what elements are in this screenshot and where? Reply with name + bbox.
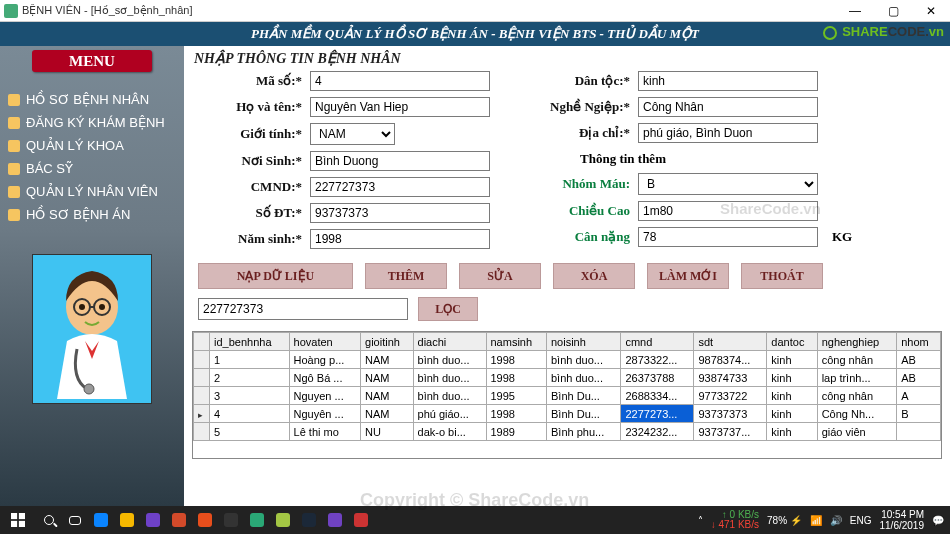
- grid-cell[interactable]: NAM: [361, 369, 413, 387]
- gioi-tinh-select[interactable]: NAM: [310, 123, 395, 145]
- ho-ten-field[interactable]: [310, 97, 490, 117]
- grid-cell[interactable]: 1989: [486, 423, 547, 441]
- grid-cell[interactable]: 1998: [486, 369, 547, 387]
- grid-cell[interactable]: 1995: [486, 387, 547, 405]
- grid-cell[interactable]: Bình Du...: [547, 387, 621, 405]
- table-row[interactable]: 2Ngô Bá ...NAMbình duo...1998bình duo...…: [194, 369, 941, 387]
- taskbar-app-7[interactable]: [244, 506, 270, 534]
- grid-cell[interactable]: 2688334...: [621, 387, 694, 405]
- menu-item-ho-so-benh-nhan[interactable]: HỒ SƠ BỆNH NHÂN: [0, 88, 184, 111]
- grid-header[interactable]: dantoc: [767, 333, 817, 351]
- nghe-nghiep-field[interactable]: [638, 97, 818, 117]
- window-minimize-button[interactable]: —: [836, 0, 874, 22]
- language-indicator[interactable]: ENG: [850, 515, 872, 526]
- grid-cell[interactable]: phú giáo...: [413, 405, 486, 423]
- taskbar-app-6[interactable]: [218, 506, 244, 534]
- grid-cell[interactable]: Lê thi mo: [289, 423, 361, 441]
- dan-toc-field[interactable]: [638, 71, 818, 91]
- grid-header[interactable]: id_benhnha: [210, 333, 290, 351]
- grid-cell[interactable]: NAM: [361, 351, 413, 369]
- grid-cell[interactable]: 9373737...: [694, 423, 767, 441]
- grid-cell[interactable]: 93737373: [694, 405, 767, 423]
- table-row[interactable]: 3Nguyen ...NAMbình duo...1995Bình Du...2…: [194, 387, 941, 405]
- nam-sinh-field[interactable]: [310, 229, 490, 249]
- start-button[interactable]: [0, 506, 36, 534]
- grid-cell[interactable]: AB: [897, 369, 941, 387]
- grid-cell[interactable]: lap trình...: [817, 369, 897, 387]
- taskbar-search-icon[interactable]: [36, 506, 62, 534]
- grid-cell[interactable]: A: [897, 387, 941, 405]
- dia-chi-field[interactable]: [638, 123, 818, 143]
- grid-cell[interactable]: Bình phu...: [547, 423, 621, 441]
- grid-cell[interactable]: 4: [210, 405, 290, 423]
- tray-chevron-up-icon[interactable]: ˄: [698, 515, 703, 526]
- grid-cell[interactable]: 1998: [486, 405, 547, 423]
- ma-so-field[interactable]: [310, 71, 490, 91]
- menu-item-bac-sy[interactable]: BÁC SỸ: [0, 157, 184, 180]
- grid-cell[interactable]: 97733722: [694, 387, 767, 405]
- clock[interactable]: 10:54 PM 11/6/2019: [880, 509, 925, 531]
- menu-item-quan-ly-nhan-vien[interactable]: QUẢN LÝ NHÂN VIÊN: [0, 180, 184, 203]
- taskbar-app-2[interactable]: [114, 506, 140, 534]
- table-row[interactable]: 5Lê thi moNUdak-o bi...1989Bình phu...23…: [194, 423, 941, 441]
- table-row[interactable]: 1Hoàng p...NAMbình duo...1998bình duo...…: [194, 351, 941, 369]
- grid-cell[interactable]: kinh: [767, 351, 817, 369]
- grid-cell[interactable]: Bình Du...: [547, 405, 621, 423]
- grid-cell[interactable]: NAM: [361, 405, 413, 423]
- filter-input[interactable]: [198, 298, 408, 320]
- taskbar-app-11[interactable]: [348, 506, 374, 534]
- volume-icon[interactable]: 🔊: [830, 515, 842, 526]
- grid-cell[interactable]: 2324232...: [621, 423, 694, 441]
- loc-button[interactable]: LỌC: [418, 297, 478, 321]
- taskbar-taskview-icon[interactable]: [62, 506, 88, 534]
- wifi-icon[interactable]: 📶: [810, 515, 822, 526]
- grid-cell[interactable]: 2873322...: [621, 351, 694, 369]
- grid-cell[interactable]: bình duo...: [413, 387, 486, 405]
- grid-cell[interactable]: 93874733: [694, 369, 767, 387]
- grid-cell[interactable]: B: [897, 405, 941, 423]
- grid-cell[interactable]: 2: [210, 369, 290, 387]
- grid-header[interactable]: nhom: [897, 333, 941, 351]
- taskbar-app-3[interactable]: [140, 506, 166, 534]
- grid-cell[interactable]: 3: [210, 387, 290, 405]
- grid-cell[interactable]: 5: [210, 423, 290, 441]
- grid-cell[interactable]: bình duo...: [413, 351, 486, 369]
- window-maximize-button[interactable]: ▢: [874, 0, 912, 22]
- xoa-button[interactable]: XÓA: [553, 263, 635, 289]
- menu-item-ho-so-benh-an[interactable]: HỒ SƠ BỆNH ÁN: [0, 203, 184, 226]
- grid-cell[interactable]: công nhân: [817, 351, 897, 369]
- grid-cell[interactable]: công nhân: [817, 387, 897, 405]
- lam-moi-button[interactable]: LÀM MỚI: [647, 263, 729, 289]
- grid-cell[interactable]: 2277273...: [621, 405, 694, 423]
- grid-header[interactable]: noisinh: [547, 333, 621, 351]
- taskbar-app-1[interactable]: [88, 506, 114, 534]
- can-nang-field[interactable]: [638, 227, 818, 247]
- grid-cell[interactable]: bình duo...: [413, 369, 486, 387]
- grid-cell[interactable]: 1: [210, 351, 290, 369]
- grid-cell[interactable]: Ngô Bá ...: [289, 369, 361, 387]
- grid-cell[interactable]: Nguyen ...: [289, 387, 361, 405]
- taskbar-app-5[interactable]: [192, 506, 218, 534]
- notifications-icon[interactable]: 💬: [932, 515, 944, 526]
- grid-cell[interactable]: Nguyên ...: [289, 405, 361, 423]
- grid-cell[interactable]: kinh: [767, 369, 817, 387]
- data-grid[interactable]: id_benhnhahovatengioitinhdiachinamsinhno…: [192, 331, 942, 459]
- grid-cell[interactable]: Công Nh...: [817, 405, 897, 423]
- grid-header[interactable]: nghenghiep: [817, 333, 897, 351]
- nhom-mau-select[interactable]: B: [638, 173, 818, 195]
- grid-header[interactable]: gioitinh: [361, 333, 413, 351]
- grid-cell[interactable]: kinh: [767, 405, 817, 423]
- so-dt-field[interactable]: [310, 203, 490, 223]
- grid-header[interactable]: cmnd: [621, 333, 694, 351]
- menu-item-quan-ly-khoa[interactable]: QUẢN LÝ KHOA: [0, 134, 184, 157]
- grid-header[interactable]: namsinh: [486, 333, 547, 351]
- thoat-button[interactable]: THOÁT: [741, 263, 823, 289]
- grid-cell[interactable]: bình duo...: [547, 351, 621, 369]
- sua-button[interactable]: SỬA: [459, 263, 541, 289]
- noi-sinh-field[interactable]: [310, 151, 490, 171]
- window-close-button[interactable]: ✕: [912, 0, 950, 22]
- grid-header[interactable]: sdt: [694, 333, 767, 351]
- grid-cell[interactable]: bình duo...: [547, 369, 621, 387]
- grid-cell[interactable]: 9878374...: [694, 351, 767, 369]
- grid-cell[interactable]: NAM: [361, 387, 413, 405]
